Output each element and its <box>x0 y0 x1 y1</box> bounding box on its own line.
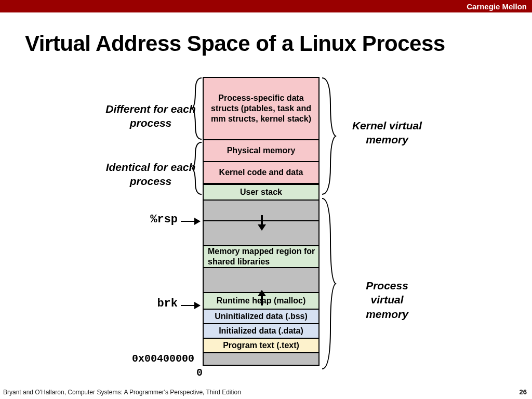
callout-identical: Identical for each process <box>104 160 197 189</box>
arrow-stack-grow-down <box>258 215 266 231</box>
slide-title: Virtual Address Space of a Linux Process <box>25 31 445 56</box>
arrow-rsp <box>181 218 201 225</box>
label-brk: brk <box>145 297 178 310</box>
diagram-stage: Different for each process Identical for… <box>0 77 532 378</box>
arrow-brk <box>181 302 201 309</box>
seg-bss: Uninitialized data (.bss) <box>203 309 320 324</box>
brand-label: Carnegie Mellon <box>467 2 527 11</box>
seg-phys-mem: Physical memory <box>203 139 320 162</box>
seg-user-stack: User stack <box>203 183 320 201</box>
seg-data: Initialized data (.data) <box>203 323 320 339</box>
seg-mmap-region: Memory mapped region for shared librarie… <box>203 245 320 268</box>
callout-different: Different for each process <box>104 102 197 130</box>
brace-right-kernel <box>321 77 337 195</box>
label-zero: 0 <box>196 367 203 379</box>
callout-process-vm: Process virtual memory <box>348 278 426 321</box>
brace-right-process <box>321 197 337 370</box>
seg-kernel-code: Kernel code and data <box>203 161 320 184</box>
footer-citation: Bryant and O'Hallaron, Computer Systems:… <box>3 389 241 396</box>
seg-gap-heap-above <box>203 267 320 293</box>
label-textbase: 0x00400000 <box>111 353 194 365</box>
brace-left-different <box>191 77 203 140</box>
seg-text: Program text (.text) <box>203 338 320 353</box>
label-rsp: %rsp <box>140 213 178 226</box>
page-number: 26 <box>520 388 527 396</box>
seg-gap-bottom <box>203 352 320 366</box>
brace-left-identical <box>191 141 203 195</box>
seg-proc-specific: Process-specific data structs (ptables, … <box>203 77 320 140</box>
brand-bar: Carnegie Mellon <box>0 0 532 12</box>
arrow-heap-grow-up <box>258 290 266 305</box>
callout-kernel-vm: Kernel virtual memory <box>348 118 426 147</box>
